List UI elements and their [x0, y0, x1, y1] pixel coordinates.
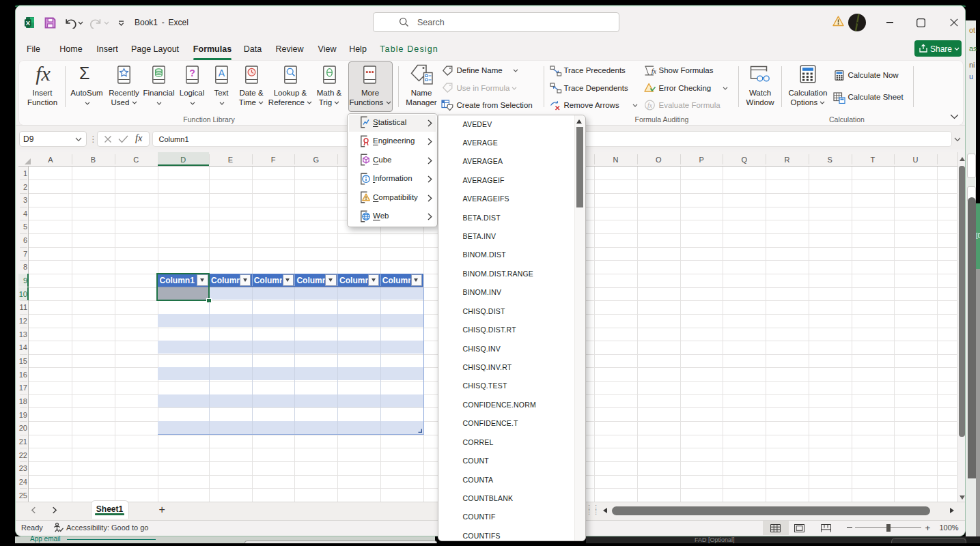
svg-text:fx: fx: [652, 68, 656, 75]
svg-text:fx: fx: [647, 102, 653, 109]
svg-text:A: A: [218, 67, 225, 78]
svg-text:X: X: [26, 19, 31, 27]
svg-text:fx: fx: [36, 63, 51, 85]
svg-text:?: ?: [189, 67, 195, 78]
